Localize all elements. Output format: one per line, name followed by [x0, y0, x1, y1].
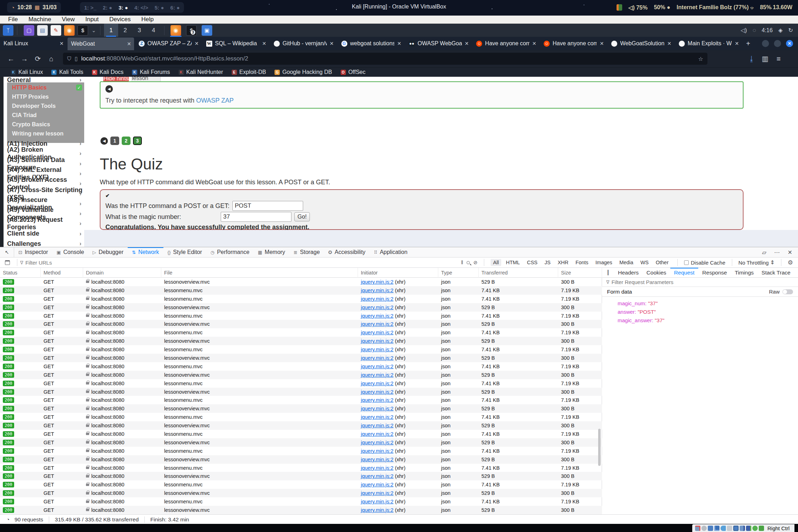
table-row[interactable]: 200GETlocalhost:8080lessonmenu.mvcjquery… — [0, 345, 602, 354]
menu-hamburger-icon[interactable]: ≡ — [772, 55, 785, 63]
initiator-link[interactable]: jquery.min.js:2 — [361, 431, 393, 437]
raw-toggle-switch[interactable] — [782, 289, 793, 294]
initiator-link[interactable]: jquery.min.js:2 — [361, 473, 393, 479]
initiator-link[interactable]: jquery.min.js:2 — [361, 440, 393, 445]
tab-close-icon[interactable]: ✕ — [397, 41, 401, 46]
devtools-tab-storage[interactable]: ≣Storage — [289, 247, 324, 257]
devtools-tab-debugger[interactable]: ▷Debugger — [88, 247, 128, 257]
go-button[interactable]: Go! — [294, 212, 310, 221]
request-tab-stack-trace[interactable]: Stack Trace — [758, 268, 794, 277]
new-tab-button[interactable]: + — [743, 37, 753, 50]
pause-icon[interactable]: ‖ — [461, 260, 463, 265]
browser-tab-11[interactable]: Main Exploits · WebG✕ — [675, 37, 742, 50]
table-row[interactable]: 200GETlocalhost:8080lessonoverview.mvcjq… — [0, 278, 602, 286]
folder-status-icon[interactable] — [727, 526, 732, 531]
usb-status-icon[interactable] — [721, 526, 726, 531]
table-row[interactable]: 200GETlocalhost:8080lessonmenu.mvcjquery… — [0, 295, 602, 303]
bookmark-forums[interactable]: KKali Forums — [132, 69, 170, 75]
owasp-zap-link[interactable]: OWASP ZAP — [196, 97, 233, 104]
taskbar-workspace-4[interactable]: 4 — [146, 24, 161, 37]
table-row[interactable]: 200GETlocalhost:8080lessonoverview.mvcjq… — [0, 421, 602, 430]
initiator-link[interactable]: jquery.min.js:2 — [361, 313, 393, 319]
filter-pill-css[interactable]: CSS — [525, 259, 540, 266]
devtools-tab-console[interactable]: ▣Console — [52, 247, 88, 257]
bookmark-exploitdb[interactable]: EExploit-DB — [232, 69, 266, 75]
launcher-expand-caret[interactable]: ⌄ — [91, 25, 97, 36]
bookmark-tools[interactable]: KKali Tools — [51, 69, 83, 75]
browser-tab-4[interactable]: WSQL – Wikipedia✕ — [203, 37, 269, 50]
sidebar-item-cia-triad[interactable]: CIA Triad — [12, 112, 37, 118]
sidebar-item-http-basics[interactable]: HTTP Basics — [12, 85, 47, 91]
initiator-link[interactable]: jquery.min.js:2 — [361, 305, 393, 310]
sidebar-category-11[interactable]: Challenges› — [7, 239, 84, 247]
network-settings-gear-icon[interactable]: ⚙ — [788, 259, 793, 266]
kali-menu-icon[interactable]: ᛉ — [3, 25, 13, 36]
table-row[interactable]: 200GETlocalhost:8080lessonoverview.mvcjq… — [0, 337, 602, 345]
initiator-link[interactable]: jquery.min.js:2 — [361, 507, 393, 513]
browser-tab-6[interactable]: Gwebgoat solutions -✕ — [338, 37, 404, 50]
home-button[interactable]: ⌂ — [45, 55, 58, 63]
url-bar[interactable]: ⛉ ▯ localhost:8080/WebGoat/start.mvc#les… — [63, 53, 707, 65]
document-app-icon[interactable]: ✎ — [51, 25, 61, 36]
harddisk-status-icon[interactable] — [695, 526, 700, 531]
browser-tab-9[interactable]: ☺Have anyone comple✕ — [540, 37, 607, 50]
table-row[interactable]: 200GETlocalhost:8080lessonmenu.mvcjquery… — [0, 480, 602, 489]
initiator-link[interactable]: jquery.min.js:2 — [361, 338, 393, 344]
table-row[interactable]: 200GETlocalhost:8080lessonmenu.mvcjquery… — [0, 413, 602, 421]
downloads-icon[interactable]: ⭳ — [745, 55, 758, 63]
initiator-link[interactable]: jquery.min.js:2 — [361, 465, 393, 471]
network-status-icon[interactable] — [714, 526, 719, 531]
taskbar-folder-window[interactable]: ▣ — [199, 24, 215, 37]
table-row[interactable]: 200GETlocalhost:8080lessonoverview.mvcjq… — [0, 404, 602, 413]
filter-pill-js[interactable]: JS — [542, 259, 553, 266]
page-button-3[interactable]: 3 — [133, 137, 142, 145]
table-row[interactable]: 200GETlocalhost:8080lessonmenu.mvcjquery… — [0, 328, 602, 337]
column-header-initiator[interactable]: Initiator — [358, 268, 438, 278]
initiator-link[interactable]: jquery.min.js:2 — [361, 423, 393, 428]
filter-pill-html[interactable]: HTML — [503, 259, 522, 266]
prev-hint-icon[interactable]: ◀ — [105, 85, 113, 93]
taskbar-clock[interactable]: 4:16 — [762, 27, 773, 34]
tab-close-icon[interactable]: ✕ — [195, 41, 199, 46]
tab-close-icon[interactable]: ✕ — [735, 41, 739, 46]
filter-request-params-input[interactable] — [612, 279, 718, 285]
table-row[interactable]: 200GETlocalhost:8080lessonmenu.mvcjquery… — [0, 379, 602, 388]
clipboard-status-icon[interactable] — [752, 526, 758, 531]
taskbar-firefox-window[interactable]: ◉ — [168, 24, 184, 37]
forward-button[interactable]: → — [18, 55, 31, 63]
column-header-domain[interactable]: Domain — [83, 268, 161, 278]
window-app-icon[interactable]: ▢ — [24, 25, 34, 36]
table-row[interactable]: 200GETlocalhost:8080lessonoverview.mvcjq… — [0, 455, 602, 464]
tray-update-icon[interactable]: ↻ — [788, 27, 793, 34]
browser-tab-5[interactable]: GitHub - vernjan/we✕ — [270, 37, 337, 50]
filter-pill-images[interactable]: Images — [593, 259, 615, 266]
sidebar-category-10[interactable]: Client side› — [7, 229, 84, 238]
table-row[interactable]: 200GETlocalhost:8080lessonmenu.mvcjquery… — [0, 464, 602, 472]
bookmark-star-icon[interactable]: ☆ — [698, 56, 703, 62]
table-row[interactable]: 200GETlocalhost:8080lessonmenu.mvcjquery… — [0, 430, 602, 438]
taskbar-workspace-3[interactable]: 3 — [132, 24, 146, 37]
tab-close-icon[interactable]: ✕ — [600, 41, 604, 46]
bookmark-offsec[interactable]: OOffSec — [341, 69, 366, 75]
filter-pill-fonts[interactable]: Fonts — [573, 259, 591, 266]
shield-icon[interactable]: ⛉ — [67, 56, 71, 62]
tab-close-icon[interactable]: ✕ — [532, 41, 537, 46]
table-scrollbar[interactable] — [598, 429, 601, 466]
filter-pill-other[interactable]: Other — [653, 259, 671, 266]
request-tab-response[interactable]: Response — [698, 268, 731, 277]
table-row[interactable]: 200GETlocalhost:8080lessonoverview.mvcjq… — [0, 472, 602, 480]
initiator-link[interactable]: jquery.min.js:2 — [361, 321, 393, 327]
vbox-menu-machine[interactable]: Machine — [24, 16, 56, 23]
search-icon[interactable] — [467, 261, 470, 264]
page-button-1[interactable]: 1 — [110, 137, 119, 145]
tab-close-icon[interactable]: ✕ — [330, 41, 334, 46]
taskbar-terminal-window[interactable]: $ 3 — [184, 24, 199, 37]
devtools-tab-performance[interactable]: ◷Performance — [206, 247, 254, 257]
browser-tab-10[interactable]: WebGoatSolutions/S✕ — [608, 37, 674, 50]
vbox-menu-input[interactable]: Input — [81, 16, 103, 23]
table-row[interactable]: 200GETlocalhost:8080lessonmenu.mvcjquery… — [0, 497, 602, 506]
table-row[interactable]: 200GETlocalhost:8080lessonoverview.mvcjq… — [0, 320, 602, 328]
tab-close-icon[interactable]: ✕ — [262, 41, 266, 46]
initiator-link[interactable]: jquery.min.js:2 — [361, 381, 393, 386]
initiator-link[interactable]: jquery.min.js:2 — [361, 389, 393, 395]
